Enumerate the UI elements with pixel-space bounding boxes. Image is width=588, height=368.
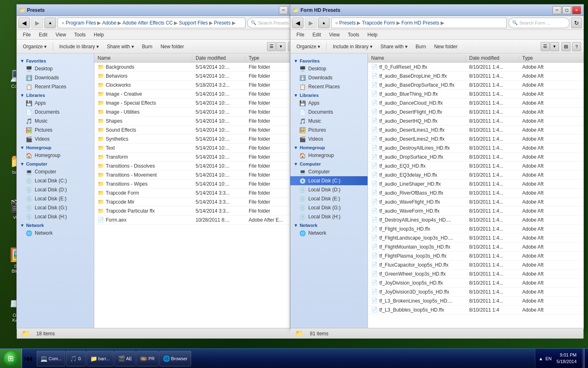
sidebar-item-apps-left[interactable]: 💾 Apps (17, 99, 94, 108)
include-library-button-left[interactable]: Include in library ▾ (56, 41, 102, 52)
minimize-button-right[interactable]: ─ (552, 6, 561, 14)
sidebar-item-network-right[interactable]: 🌐 Network (290, 229, 368, 238)
sidebar-item-documents-right[interactable]: 📄 Documents (290, 108, 368, 117)
table-row[interactable]: 📄tf_audio_DesertLines2_HD.ffx 8/10/2011 … (368, 135, 584, 144)
col-date-right[interactable]: Date modified (466, 55, 519, 61)
organize-button-left[interactable]: Organize ▾ (19, 41, 50, 52)
libraries-header-right[interactable]: ▼ Libraries (290, 91, 368, 99)
include-library-button-right[interactable]: Include in library ▾ (329, 41, 376, 52)
table-row[interactable]: 📁Trapcode Form 5/14/2014 3:3... File fol… (94, 188, 310, 197)
sidebar-item-computer-left[interactable]: 💻 Computer (17, 167, 94, 176)
preview-pane-right[interactable]: ▤ (561, 42, 570, 51)
table-row[interactable]: 📄tf_JoyDivision3D_loop5s_HD.ffx 8/10/201… (368, 287, 584, 296)
show-desktop[interactable] (581, 349, 585, 368)
taskbar-item-folder[interactable]: 📁 barr... (87, 351, 114, 366)
taskbar-item-browser[interactable]: 🌐 Browser (159, 351, 191, 366)
table-row[interactable]: 📄tf_audio_EQ3delay_HD.ffx 8/10/2011 1:4.… (368, 171, 584, 180)
menu-edit-right[interactable]: Edit (309, 29, 325, 40)
table-row[interactable]: 📄tf_FluxCapacitor_loop5s_HD.ffx 8/10/201… (368, 260, 584, 269)
forward-button-left[interactable]: ▶ (31, 18, 43, 28)
sidebar-item-downloads-left[interactable]: ⬇️ Downloads (17, 73, 94, 82)
sidebar-item-music-left[interactable]: 🎵 Music (17, 117, 94, 126)
taskbar-item-ae[interactable]: 🎬 AE (114, 351, 136, 366)
table-row[interactable]: 📁Image - Utilities 5/14/2014 10:... File… (94, 108, 310, 117)
sidebar-item-disk-c-left[interactable]: 💿 Local Disk (C:) (17, 176, 94, 185)
close-button-right[interactable]: ✕ (572, 6, 581, 14)
menu-file-left[interactable]: File (19, 29, 34, 40)
table-row[interactable]: 📄tf_L3_BrokenLines_loop5s_HD.... 8/10/20… (368, 296, 584, 305)
up-button-left[interactable]: ▲ (45, 18, 56, 28)
sidebar-item-videos-right[interactable]: 🎬 Videos (290, 135, 368, 144)
sidebar-item-recent-right[interactable]: 📋 Recent Places (290, 82, 368, 91)
burn-button-left[interactable]: Burn (138, 41, 156, 52)
up-button-right[interactable]: ▲ (318, 18, 330, 28)
sidebar-item-disk-h-right[interactable]: 💿 Local Disk (H:) (290, 212, 368, 221)
menu-view-left[interactable]: View (52, 29, 70, 40)
table-row[interactable]: 📁Image - Creative 5/14/2014 10:... File … (94, 90, 310, 99)
computer-header-right[interactable]: ▼ Computer (290, 160, 368, 167)
table-row[interactable]: 📄tf_audio_DesertLines1_HD.ffx 8/10/2011 … (368, 126, 584, 135)
table-row[interactable]: 📄tf_JoyDivision_loop5s_HD.ffx 8/10/2011 … (368, 278, 584, 287)
sidebar-item-network-left[interactable]: 🌐 Network (17, 229, 94, 238)
share-with-button-left[interactable]: Share with ▾ (103, 41, 138, 52)
sidebar-item-disk-g-left[interactable]: 💿 Local Disk (G:) (17, 203, 94, 212)
table-row[interactable]: 📄tf_FlightPlasma_loop3s_HD.ffx 8/10/2011… (368, 251, 584, 260)
col-type-right[interactable]: Type (519, 55, 584, 61)
address-path-right[interactable]: « Presets ▶ Trapcode Form ▶ Form HD Pres… (331, 18, 507, 28)
table-row[interactable]: 📄tf_audio_WaveFlight_HD.ffx 8/10/2011 1:… (368, 197, 584, 206)
table-row[interactable]: 📁Clockworks 5/18/2014 3:2... File folder (94, 81, 310, 90)
sidebar-item-disk-e-left[interactable]: 💿 Local Disk (E:) (17, 194, 94, 203)
table-row[interactable]: 📄tf_audio_DestroyAllLines_HD.ffx 8/10/20… (368, 144, 584, 153)
menu-help-left[interactable]: Help (90, 29, 108, 40)
table-row[interactable]: 📁Backgrounds 5/14/2014 10:... File folde… (94, 63, 310, 72)
sidebar-item-desktop-left[interactable]: 🖥️ Desktop (17, 64, 94, 73)
back-button-right[interactable]: ◀ (292, 18, 303, 28)
table-row[interactable]: 📁Text 5/14/2014 10:... File folder (94, 144, 310, 153)
back-button-left[interactable]: ◀ (18, 18, 30, 28)
network-header-right[interactable]: ▼ Network (290, 221, 368, 229)
table-row[interactable]: 📁Transitions - Wipes 5/14/2014 10:... Fi… (94, 180, 310, 188)
table-row[interactable]: 📄tf_audio_BaseDropSurface_HD.ffx 8/10/20… (368, 81, 584, 90)
maximize-button-right[interactable]: □ (562, 6, 571, 14)
table-row[interactable]: 📁Sound Effects 5/14/2014 10:... File fol… (94, 126, 310, 135)
col-date-left[interactable]: Date modified (192, 55, 245, 61)
libraries-header-left[interactable]: ▼ Libraries (17, 91, 94, 99)
search-box-right[interactable]: 🔍 Search Form ... (508, 18, 570, 28)
menu-help-right[interactable]: Help (364, 29, 381, 40)
minimize-button-left[interactable]: ─ (279, 6, 288, 14)
table-row[interactable]: 📁Synthetics 5/14/2014 10:... File folder (94, 135, 310, 144)
table-row[interactable]: 📄tf_audio_DesertHQ_HD.ffx 8/10/2011 1:4.… (368, 117, 584, 126)
table-row[interactable]: 📄tf_Flight_loop3s_HD.ffx 8/10/2011 1:4..… (368, 224, 584, 233)
table-row[interactable]: 📄tf_audio_BlueThing_HD.ffx 8/10/2011 1:4… (368, 90, 584, 99)
table-row[interactable]: 📁Trapcode Particular ffx 5/14/2014 3:3..… (94, 206, 310, 215)
view-details-right[interactable]: ☰ (541, 42, 550, 51)
menu-view-right[interactable]: View (325, 29, 343, 40)
forward-button-right[interactable]: ▶ (305, 18, 316, 28)
menu-edit-left[interactable]: Edit (35, 29, 51, 40)
help-button-right[interactable]: ? (572, 42, 581, 51)
sidebar-item-pictures-left[interactable]: 🖼️ Pictures (17, 126, 94, 135)
sidebar-item-homegroup-right[interactable]: 🏠 Homegroup (290, 151, 368, 160)
table-row[interactable]: 📄tf_FlightLandscape_loop3s_HD.... 8/10/2… (368, 233, 584, 242)
table-row[interactable]: 📁Transitions - Movement 5/14/2014 10:...… (94, 171, 310, 180)
table-row[interactable]: 📁Image - Special Effects 5/14/2014 10:..… (94, 99, 310, 108)
table-row[interactable]: 📁Shapes 5/14/2014 10:... File folder (94, 117, 310, 126)
table-row[interactable]: 📄tf_DestroyAllLines_loop4s_HD.... 8/10/2… (368, 215, 584, 224)
view-details-left[interactable]: ☰ (267, 42, 276, 51)
computer-header-left[interactable]: ▼ Computer (17, 160, 94, 167)
refresh-button-right[interactable]: ↻ (571, 18, 582, 28)
address-path-left[interactable]: « Program Files ▶ Adobe ▶ Adobe After Ef… (58, 18, 245, 28)
table-row[interactable]: 📄tf_L3_Bubbles_loop5s_HD.ffx 8/10/2011 1… (368, 305, 584, 314)
menu-tools-right[interactable]: Tools (344, 29, 363, 40)
table-row[interactable]: 📄tf_audio_RiverOfBass_HD.ffx 8/10/2011 1… (368, 188, 584, 197)
table-row[interactable]: 📄tf_FlightMountain_loop3s_HD.ffx 8/10/20… (368, 242, 584, 251)
table-row[interactable]: 📄Form.aex 10/28/2011 8:... Adobe After E… (94, 215, 310, 224)
taskbar-item-music[interactable]: 🎵 0. (66, 351, 85, 366)
taskbar-icon-media[interactable]: ⏮ (22, 351, 35, 366)
sidebar-item-disk-d-right[interactable]: 💿 Local Disk (D:) (290, 185, 368, 194)
sidebar-item-homegroup-left[interactable]: 🏠 Homegroup (17, 151, 94, 160)
organize-button-right[interactable]: Organize ▾ (293, 41, 324, 52)
sidebar-item-disk-g-right[interactable]: 💿 Local Disk (G:) (290, 203, 368, 212)
menu-tools-left[interactable]: Tools (71, 29, 89, 40)
sidebar-item-desktop-right[interactable]: 🖥️ Desktop (290, 64, 368, 73)
